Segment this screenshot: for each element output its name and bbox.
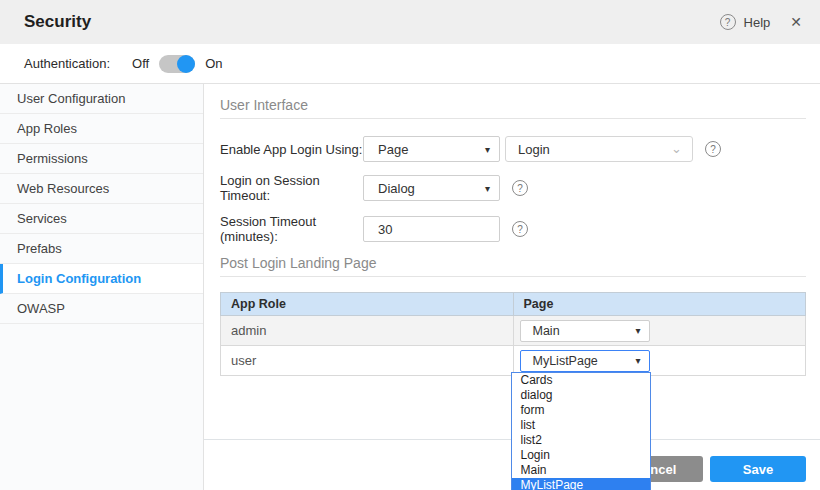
close-icon[interactable]: ✕ <box>790 14 802 30</box>
help-icon[interactable]: ? <box>705 141 721 157</box>
sidebar-item-prefabs[interactable]: Prefabs <box>0 234 203 264</box>
authentication-toggle[interactable] <box>159 55 195 73</box>
sidebar-item-permissions[interactable]: Permissions <box>0 144 203 174</box>
toggle-knob <box>177 55 195 73</box>
sidebar-item-user-configuration[interactable]: User Configuration <box>0 84 203 114</box>
post-login-table: App Role Page admin Main ▾ <box>220 292 806 376</box>
table-header-row: App Role Page <box>221 293 806 316</box>
column-header-app-role: App Role <box>221 293 514 316</box>
authentication-label: Authentication: <box>24 56 110 71</box>
sidebar: User Configuration App Roles Permissions… <box>0 84 204 490</box>
session-timeout-type-label: Login on Session Timeout: <box>220 173 363 203</box>
dropdown-option-login[interactable]: Login <box>512 448 650 463</box>
login-type-select[interactable]: Page ▾ <box>363 136 500 162</box>
save-button[interactable]: Save <box>710 456 806 482</box>
user-page-select[interactable]: MyListPage ▾ <box>520 350 650 372</box>
admin-page-select[interactable]: Main ▾ <box>520 320 650 342</box>
sidebar-item-app-roles[interactable]: App Roles <box>0 114 203 144</box>
sidebar-item-web-resources[interactable]: Web Resources <box>0 174 203 204</box>
help-link[interactable]: Help <box>744 15 771 30</box>
form-row-session-timeout-type: Login on Session Timeout: Dialog ▾ ? <box>220 173 806 203</box>
window-header: Security ? Help ✕ <box>0 0 820 44</box>
login-page-value: Login <box>518 142 550 157</box>
help-icon[interactable]: ? <box>512 221 528 237</box>
app-role-cell: user <box>221 346 514 376</box>
dropdown-option-main[interactable]: Main <box>512 463 650 478</box>
dropdown-option-list[interactable]: list <box>512 418 650 433</box>
table-row: admin Main ▾ <box>221 316 806 346</box>
column-header-page: Page <box>513 293 806 316</box>
divider <box>220 118 806 119</box>
form-row-session-timeout-minutes: Session Timeout (minutes): ? <box>220 214 806 244</box>
dropdown-option-list2[interactable]: list2 <box>512 433 650 448</box>
toggle-on-label: On <box>205 56 222 71</box>
form-row-enable-app-login: Enable App Login Using: Page ▾ Login ⌄ ? <box>220 136 806 162</box>
table-row: user MyListPage ▾ Cards dialog <box>221 346 806 376</box>
login-page-select[interactable]: Login ⌄ <box>505 136 693 162</box>
header-actions: ? Help ✕ <box>720 14 802 30</box>
caret-down-icon: ▾ <box>485 144 490 155</box>
divider <box>220 276 806 277</box>
caret-down-icon: ▾ <box>635 355 640 366</box>
dropdown-option-cards[interactable]: Cards <box>512 373 650 388</box>
session-timeout-minutes-input[interactable] <box>363 216 500 242</box>
session-timeout-minutes-label: Session Timeout (minutes): <box>220 214 363 244</box>
section-title-user-interface: User Interface <box>220 97 806 113</box>
admin-page-value: Main <box>533 324 560 338</box>
page-title: Security <box>24 12 91 32</box>
page-dropdown-list: Cards dialog form list list2 Login Main … <box>511 372 651 490</box>
dropdown-option-form[interactable]: form <box>512 403 650 418</box>
section-title-post-login: Post Login Landing Page <box>220 255 806 271</box>
app-role-cell: admin <box>221 316 514 346</box>
sidebar-item-services[interactable]: Services <box>0 204 203 234</box>
session-timeout-type-value: Dialog <box>378 181 415 196</box>
sidebar-item-login-configuration[interactable]: Login Configuration <box>0 264 203 294</box>
security-window: Security ? Help ✕ Authentication: Off On… <box>0 0 820 490</box>
session-timeout-type-select[interactable]: Dialog ▾ <box>363 175 500 201</box>
caret-down-icon: ▾ <box>485 183 490 194</box>
authentication-row: Authentication: Off On <box>0 44 820 84</box>
help-icon[interactable]: ? <box>720 14 736 30</box>
body: User Configuration App Roles Permissions… <box>0 84 820 490</box>
help-icon[interactable]: ? <box>512 180 528 196</box>
caret-down-icon: ▾ <box>635 325 640 336</box>
dropdown-option-dialog[interactable]: dialog <box>512 388 650 403</box>
toggle-off-label: Off <box>132 56 149 71</box>
chevron-down-icon: ⌄ <box>671 144 682 154</box>
dropdown-option-mylistpage[interactable]: MyListPage <box>512 478 650 490</box>
user-page-value: MyListPage <box>533 354 598 368</box>
sidebar-item-owasp[interactable]: OWASP <box>0 294 203 324</box>
enable-app-login-label: Enable App Login Using: <box>220 142 363 157</box>
login-type-value: Page <box>378 142 408 157</box>
main-content: User Interface Enable App Login Using: P… <box>204 84 820 490</box>
